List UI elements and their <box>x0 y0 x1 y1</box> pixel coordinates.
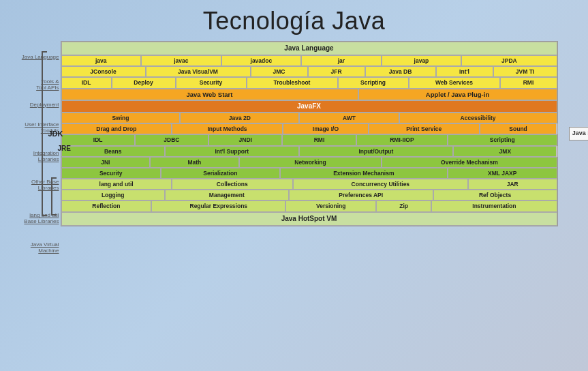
swing-cell: Swing <box>61 113 181 123</box>
jmx-cell: JMX <box>453 146 557 157</box>
networking-cell: Networking <box>239 157 382 168</box>
java-diagram: Java Language java javac javadoc jar jav… <box>61 41 558 226</box>
inputmethods-cell: Input Methods <box>172 123 283 134</box>
jfr-cell: JFR <box>308 66 365 77</box>
tools-row2: JConsole Java VisualVM JMC JFR Java DB I… <box>61 66 557 77</box>
beans-cell: Beans <box>61 146 165 157</box>
reflection-cell: Reflection <box>61 201 152 211</box>
intlsupport-cell: Int'l Support <box>165 146 299 157</box>
langutil-row1: lang and util Collections Concurrency Ut… <box>61 179 557 190</box>
serialization-cell: Serialization <box>161 168 280 179</box>
jar-util-cell: JAR <box>468 179 557 190</box>
rmiiiop-cell: RMI-IIOP <box>356 134 448 145</box>
jconsole-cell: JConsole <box>61 66 146 77</box>
scripting-int-cell: Scripting <box>448 134 557 145</box>
jre-label: JRE <box>58 145 71 152</box>
rmi-tools-cell: RMI <box>500 77 557 88</box>
langutil-row3: Reflection Regular Expressions Versionin… <box>61 201 557 211</box>
troubleshoot-cell: Troubleshoot <box>247 77 338 88</box>
jvisualvm-cell: Java VisualVM <box>146 66 251 77</box>
security-base-cell: Security <box>61 168 161 179</box>
jndi-cell: JNDI <box>208 134 282 145</box>
jni-cell: JNI <box>61 157 151 168</box>
sound-cell: Sound <box>480 123 557 134</box>
page-title: Tecnología Java <box>203 7 386 35</box>
integration-row1: IDL JDBC JNDI RMI RMI-IIOP Scripting <box>61 134 557 145</box>
langutil-row2: Logging Management Preferences API Ref O… <box>61 190 557 201</box>
versioning-cell: Versioning <box>285 201 376 211</box>
jdk-label: JDK <box>48 130 63 138</box>
concurrency-cell: Concurrency Utilities <box>293 179 468 190</box>
jvmti-cell: JVM TI <box>493 66 557 77</box>
ui-row1: Swing Java 2D AWT Accessibility <box>61 113 557 123</box>
java-webstart-cell: Java Web Start <box>61 89 358 100</box>
hotspot-cell: Java HotSpot VM <box>61 212 557 226</box>
deploy-cell: Deploy <box>112 77 176 88</box>
collections-cell: Collections <box>172 179 293 190</box>
scripting-tools-cell: Scripting <box>338 77 409 88</box>
awt-cell: AWT <box>299 113 399 123</box>
java-language-row: Java Language <box>61 42 557 55</box>
javac-cell: javac <box>141 55 221 66</box>
imageio-cell: Image I/O <box>283 123 369 134</box>
javafx-row: JavaFX <box>61 100 557 113</box>
printservice-cell: Print Service <box>369 123 480 134</box>
idl-int-cell: IDL <box>61 134 135 145</box>
dragdrop-cell: Drag and Drop <box>61 123 172 134</box>
applet-cell: Applet / Java Plug-in <box>358 89 557 100</box>
tools-row1: java javac javadoc jar javap JPDA <box>61 55 557 66</box>
idl-tools-cell: IDL <box>61 77 112 88</box>
intl-cell: Int'l <box>436 66 493 77</box>
java-cell: java <box>61 55 142 66</box>
accessibility-cell: Accessibility <box>399 113 557 123</box>
zip-cell: Zip <box>376 201 431 211</box>
jpda-cell: JPDA <box>461 55 557 66</box>
javadb-cell: Java DB <box>365 66 436 77</box>
override-cell: Override Mechanism <box>382 157 557 168</box>
jdbc-cell: JDBC <box>135 134 208 145</box>
preferences-cell: Preferences API <box>289 190 433 201</box>
jvm-row: Java HotSpot VM <box>61 212 557 226</box>
logging-cell: Logging <box>61 190 165 201</box>
langutil-cell: lang and util <box>61 179 172 190</box>
management-cell: Management <box>165 190 289 201</box>
javadoc-cell: javadoc <box>221 55 302 66</box>
extension-cell: Extension Mechanism <box>280 168 448 179</box>
java2d-cell: Java 2D <box>180 113 299 123</box>
base-row2: Security Serialization Extension Mechani… <box>61 168 557 179</box>
javafx-cell: JavaFX <box>61 100 557 113</box>
java-se-api-label: Java SE API <box>569 127 588 140</box>
jvm-label: Java Virtual Machine <box>22 242 59 254</box>
xmljaxp-cell: XML JAXP <box>448 168 557 179</box>
regex-cell: Regular Expressions <box>151 201 285 211</box>
jar-cell: jar <box>301 55 382 66</box>
javap-cell: javap <box>382 55 462 66</box>
jmc-cell: JMC <box>251 66 308 77</box>
rmi-int-cell: RMI <box>282 134 356 145</box>
webservices-cell: Web Services <box>409 77 500 88</box>
security-tools-cell: Security <box>176 77 247 88</box>
java-language-cell: Java Language <box>61 42 557 55</box>
math-cell: Math <box>150 157 239 168</box>
inputoutput-cell: Input/Output <box>299 146 454 157</box>
base-row1: JNI Math Networking Override Mechanism <box>61 157 557 168</box>
integration-row2: Beans Int'l Support Input/Output JMX <box>61 146 557 157</box>
refobjects-cell: Ref Objects <box>433 190 557 201</box>
deployment-row: Java Web Start Applet / Java Plug-in <box>61 89 557 100</box>
ui-row2: Drag and Drop Input Methods Image I/O Pr… <box>61 123 557 134</box>
tools-row3: IDL Deploy Security Troubleshoot Scripti… <box>61 77 557 88</box>
instrumentation-cell: Instrumentation <box>431 201 557 211</box>
